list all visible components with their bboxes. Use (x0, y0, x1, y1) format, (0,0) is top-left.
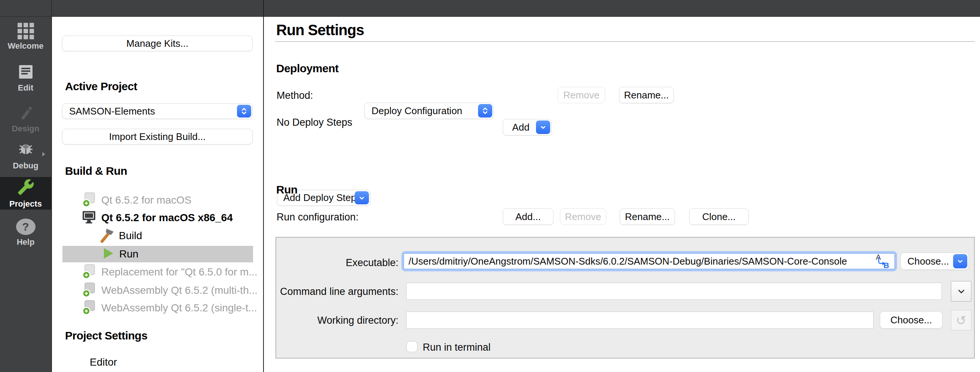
sidebar-item-label: Design (12, 125, 39, 133)
sidebar-item-label: Debug (13, 162, 38, 170)
sidebar-item-debug[interactable]: Debug (0, 138, 51, 173)
executable-choose-button[interactable]: Choose... (900, 252, 969, 270)
kit-add-icon (82, 299, 97, 317)
run-remove-button: Remove (560, 208, 606, 225)
kit-item[interactable]: WebAssembly Qt 6.5.2 (single-t... (82, 300, 257, 316)
working-directory-label: Working directory: (276, 315, 398, 326)
active-project-select[interactable]: SAMSON-Elements (62, 103, 253, 119)
run-configuration-label: Run configuration: (277, 211, 358, 223)
deploy-remove-button: Remove (558, 87, 605, 103)
working-directory-input[interactable] (406, 311, 873, 329)
window-top-strip (0, 0, 980, 17)
page-title: Run Settings (276, 22, 364, 38)
variables-icon[interactable]: A B (875, 254, 890, 268)
import-existing-build-button[interactable]: Import Existing Build... (62, 129, 253, 144)
kit-add-icon (82, 192, 97, 209)
no-deploy-steps-text: No Deploy Steps (277, 117, 352, 128)
run-add-button[interactable]: Add... (503, 208, 554, 225)
undo-icon: ↺ (956, 314, 967, 327)
working-directory-reset-button: ↺ (951, 310, 971, 330)
executable-value: /Users/dmitriy/OneAngstrom/SAMSON-Sdks/6… (409, 255, 875, 267)
sidebar-item-label: Edit (18, 84, 33, 92)
chevron-down-icon[interactable] (355, 191, 369, 204)
run-in-terminal-checkbox[interactable] (406, 341, 417, 352)
sidebar-separator (0, 16, 51, 17)
deploy-method-value: Deploy Configuration (365, 105, 462, 117)
run-in-terminal-label: Run in terminal (423, 342, 491, 353)
project-settings-heading: Project Settings (65, 329, 147, 342)
deployment-heading: Deployment (276, 62, 339, 75)
executable-input[interactable]: /Users/dmitriy/OneAngstrom/SAMSON-Sdks/6… (404, 253, 895, 269)
executable-label: Executable: (276, 257, 398, 269)
build-hammer-icon (99, 227, 115, 245)
arguments-expand-button[interactable] (951, 281, 971, 302)
sidebar-item-design: Design (0, 102, 51, 136)
sidebar-item-edit[interactable]: Edit (0, 61, 51, 95)
active-project-value: SAMSON-Elements (62, 105, 155, 117)
command-line-arguments-input[interactable] (406, 283, 942, 300)
kit-add-icon (82, 263, 97, 281)
executable-field-focus-ring: /Users/dmitriy/OneAngstrom/SAMSON-Sdks/6… (401, 251, 897, 271)
help-icon: ? (16, 218, 36, 235)
build-run-heading: Build & Run (65, 164, 127, 177)
popup-chevrons-icon[interactable] (478, 104, 492, 118)
manage-kits-button[interactable]: Manage Kits... (62, 35, 253, 51)
run-heading: Run (276, 184, 298, 196)
sidebar-item-label: Welcome (8, 42, 43, 50)
project-settings-item-editor[interactable]: Editor (90, 356, 117, 368)
kit-build-item[interactable]: Build (99, 228, 142, 244)
title-rule (275, 41, 975, 42)
kit-item[interactable]: Replacement for "Qt 6.5.0 for m... (82, 264, 258, 280)
welcome-grid-icon (18, 23, 34, 39)
kit-item[interactable]: WebAssembly Qt 6.5.2 (multi-th... (82, 282, 258, 299)
run-play-icon (100, 245, 115, 263)
projects-wrench-icon (17, 179, 34, 197)
deploy-rename-button[interactable]: Rename... (619, 87, 674, 103)
debug-context-arrow-icon[interactable] (41, 151, 46, 159)
panel-divider (263, 0, 264, 372)
active-project-heading: Active Project (65, 80, 137, 93)
kit-add-icon (82, 282, 97, 299)
sidebar-item-label: Projects (10, 200, 42, 208)
run-clone-button[interactable]: Clone... (689, 208, 749, 225)
command-line-arguments-label: Command line arguments: (276, 286, 398, 297)
method-label: Method: (277, 90, 313, 101)
run-details-box: Executable: /Users/dmitriy/OneAngstrom/S… (275, 237, 975, 359)
debug-bug-icon (17, 141, 35, 159)
chevron-down-icon (956, 287, 966, 296)
design-pen-icon (17, 105, 34, 122)
popup-chevrons-icon[interactable] (237, 105, 251, 118)
deploy-method-select[interactable]: Deploy Configuration (364, 102, 494, 119)
sidebar-item-help[interactable]: ? Help (0, 215, 51, 249)
kit-item[interactable]: Qt 6.5.2 for macOS (82, 192, 191, 208)
working-directory-choose-button[interactable]: Choose... (880, 311, 943, 329)
kit-item-active[interactable]: Qt 6.5.2 for macOS x86_64 (81, 209, 233, 226)
run-rename-button[interactable]: Rename... (620, 208, 675, 225)
sidebar-item-projects[interactable]: Projects (0, 177, 51, 209)
sidebar-item-label: Help (17, 238, 35, 246)
chevron-down-icon[interactable] (953, 254, 967, 268)
kit-desktop-icon (81, 209, 97, 227)
chevron-down-icon[interactable] (536, 120, 550, 134)
sidebar-item-welcome[interactable]: Welcome (0, 19, 51, 54)
deploy-add-button[interactable]: Add (503, 119, 552, 136)
edit-document-icon (17, 64, 34, 81)
kit-run-item-selected[interactable]: Run (62, 246, 253, 262)
